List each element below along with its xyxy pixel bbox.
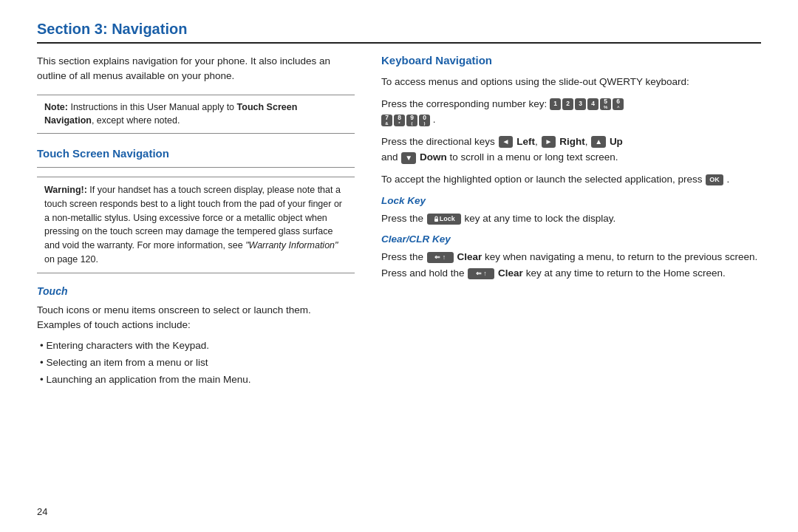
clear-key-button-2: ⇐ ↑ xyxy=(468,268,494,279)
warning-label: Warning!: xyxy=(44,185,87,195)
bullet-list: Entering characters with the Keypad. Sel… xyxy=(40,338,355,389)
lock-key-paragraph: Press the Lock key at any time to lock t… xyxy=(381,211,761,227)
num-key-2: 2 xyxy=(562,98,573,110)
lock-text-post: key at any time to lock the display. xyxy=(465,213,616,224)
keyboard-nav-title: Keyboard Navigation xyxy=(381,54,761,66)
page-number: 24 xyxy=(37,499,761,517)
ok-button: OK xyxy=(706,174,723,185)
accept-text: To accept the highlighted option or laun… xyxy=(381,174,705,185)
num-key-0: 0) xyxy=(419,115,430,126)
list-item: Selecting an item from a menu or list xyxy=(40,355,355,372)
touch-screen-divider xyxy=(37,167,355,168)
touch-screen-title: Touch Screen Navigation xyxy=(37,147,355,160)
num-key-5: 5% xyxy=(600,98,611,110)
num-key-1: 1 xyxy=(550,98,561,110)
note-label: Note: xyxy=(44,102,68,112)
and-text: and xyxy=(381,151,400,163)
touch-sub-title: Touch xyxy=(37,285,355,297)
warning-text: If your handset has a touch screen displ… xyxy=(44,185,342,265)
lock-key-title: Lock Key xyxy=(381,195,761,206)
dir-left-key: ◄ xyxy=(499,136,514,148)
top-divider xyxy=(37,42,761,44)
keyboard-intro: To access menus and options using the sl… xyxy=(381,74,761,90)
dir-text2: to scroll in a menu or long text screen. xyxy=(449,151,618,163)
accept-period: . xyxy=(727,174,730,185)
clear-key-button-1: ⇐ ↑ xyxy=(427,252,454,263)
clear-text-pre: Press the xyxy=(381,251,426,262)
warranty-page: on page 120. xyxy=(44,254,98,265)
section-title: Section 3: Navigation xyxy=(37,21,761,38)
intro-text: This section explains navigation for you… xyxy=(37,54,355,84)
num-keys-row: 1 2 3 4 5% 6^ xyxy=(550,98,624,110)
note-text: Instructions in this User Manual apply t… xyxy=(44,102,297,126)
down-label: Down xyxy=(420,151,447,163)
dir-keys-label: Press the directional keys xyxy=(381,136,498,147)
note-box: Note: Instructions in this User Manual a… xyxy=(37,95,355,134)
dir-up-key: ▲ xyxy=(591,136,606,148)
clear-key-title: Clear/CLR Key xyxy=(381,233,761,245)
up-label: Up xyxy=(610,136,623,147)
list-item: Entering characters with the Keypad. xyxy=(40,338,355,355)
lock-key-button: Lock xyxy=(427,214,461,225)
dir-right-key: ► xyxy=(542,136,556,148)
note-text2: , except where noted. xyxy=(92,115,180,126)
num-key-7: 7& xyxy=(381,115,392,126)
num-key-6: 6^ xyxy=(613,98,624,110)
left-label: Left xyxy=(516,136,535,147)
lock-text-pre: Press the xyxy=(381,213,426,224)
clear-text-post: key at any time to return to the Home sc… xyxy=(526,267,726,279)
num-key-8: 8* xyxy=(394,115,405,126)
period: . xyxy=(433,114,436,125)
lock-icon xyxy=(433,216,440,222)
clear-label-1: Clear xyxy=(457,251,482,262)
warning-box: Warning!: If your handset has a touch sc… xyxy=(37,177,355,273)
list-item: Launching an application from the main M… xyxy=(40,372,355,389)
num-key-9: 9( xyxy=(406,115,417,126)
touch-body: Touch icons or menu items onscreen to se… xyxy=(37,303,355,334)
clear-key-paragraph: Press the ⇐ ↑ Clear key when navigating … xyxy=(381,249,761,281)
accept-paragraph: To accept the highlighted option or laun… xyxy=(381,171,761,188)
clear-label-2: Clear xyxy=(498,267,523,279)
dir-keys-paragraph: Press the directional keys ◄ Left, ► Rig… xyxy=(381,134,761,166)
right-label: Right xyxy=(559,136,585,147)
dir-down-key: ▼ xyxy=(401,152,416,164)
num-keys-row-2: 7& 8* 9( 0) xyxy=(381,115,430,126)
num-keys-paragraph: Press the corresponding number key: 1 2 … xyxy=(381,96,761,128)
right-column: Keyboard Navigation To access menus and … xyxy=(381,54,761,499)
svg-rect-0 xyxy=(434,219,438,222)
num-key-4: 4 xyxy=(587,98,598,110)
num-key-3: 3 xyxy=(575,98,586,110)
left-column: This section explains navigation for you… xyxy=(37,54,355,499)
warranty-link: "Warranty Information" xyxy=(245,240,338,250)
num-keys-label-text: Press the corresponding number key: xyxy=(381,98,547,109)
page: Section 3: Navigation This section expla… xyxy=(0,0,798,532)
